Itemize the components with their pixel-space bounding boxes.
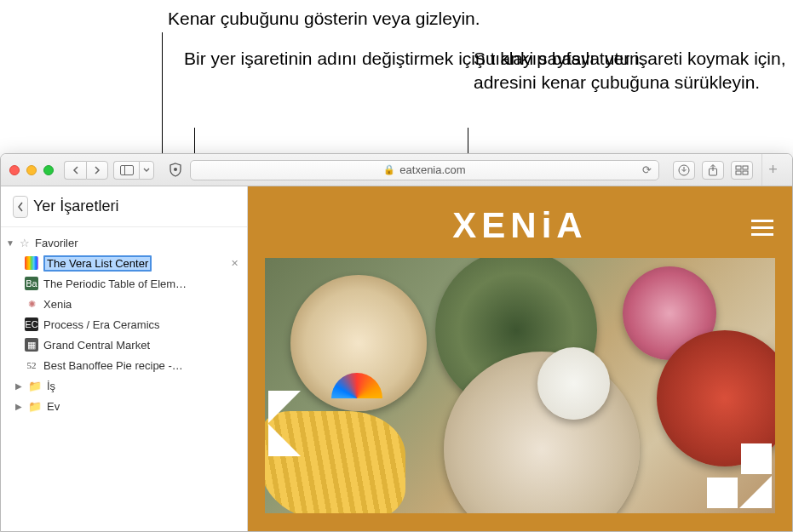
svg-rect-6 [743,166,748,169]
svg-point-2 [174,168,177,171]
favicon-era-ceramics: EC [25,317,38,331]
zoom-window-button[interactable] [43,165,54,175]
forward-button[interactable] [86,161,108,180]
svg-rect-8 [743,171,748,174]
bookmark-row[interactable]: 52 Best Banoffee Pie recipe -… [1,355,247,375]
food-fries [265,411,405,513]
sidebar-body: ▼ ☆ Favoriler The Vera List Center ✕ Ba … [1,227,247,421]
svg-rect-0 [120,165,133,174]
toolbar-right [673,161,753,180]
callout-sidebar-toggle: Kenar çubuğunu gösterin veya gizleyin. [168,7,480,31]
bookmark-row[interactable]: EC Process / Era Ceramics [1,314,247,335]
window-content: Yer İşaretleri ▼ ☆ Favoriler The Vera Li… [1,186,792,531]
close-window-button[interactable] [9,165,20,175]
chevron-right-icon [94,166,101,174]
bookmark-row[interactable]: Ba The Periodic Table of Elem… [1,273,247,294]
disclosure-triangle-icon[interactable]: ▶ [14,402,23,411]
bookmark-label: Grand Central Market [43,339,150,352]
disclosure-triangle-icon[interactable]: ▶ [14,381,23,391]
decoration-square [707,478,738,508]
bookmark-label[interactable]: The Vera List Center [43,255,152,272]
hero-image [265,258,775,513]
svg-rect-7 [736,171,741,174]
sidebar-icon [120,165,134,175]
tab-overview-icon [735,165,749,175]
nav-buttons [64,161,108,180]
sidebar-header: Yer İşaretleri [1,186,247,227]
favorites-label: Favoriler [35,237,78,249]
chevron-down-icon [143,168,150,173]
bookmark-label: Process / Era Ceramics [43,318,160,331]
tabs-button[interactable] [731,161,753,180]
site-menu-button[interactable] [751,215,773,240]
address-text: eatxenia.com [399,163,465,176]
bookmark-label: Best Banoffee Pie recipe -… [43,359,183,372]
sidebar-title: Yer İşaretleri [33,197,118,215]
privacy-shield-icon[interactable] [168,163,183,178]
annotation-callouts: Kenar çubuğunu gösterin veya gizleyin. B… [0,0,793,153]
svg-rect-5 [736,166,741,169]
address-bar[interactable]: 🔒 eatxenia.com ⟳ [190,160,659,180]
sidebar-back-button[interactable] [13,196,28,218]
favicon-periodic-table: Ba [25,277,38,290]
webpage-content: XENiA [248,186,792,531]
clear-text-icon[interactable]: ✕ [231,258,238,269]
safari-window: 🔒 eatxenia.com ⟳ + Yer İşaretle [0,153,793,532]
window-controls [9,165,54,175]
favicon-xenia: ✺ [25,297,38,311]
favicon-banoffee: 52 [25,358,38,372]
food-plate [537,347,610,420]
window-toolbar: 🔒 eatxenia.com ⟳ + [1,154,792,186]
back-button[interactable] [64,161,86,180]
bookmark-folder-row[interactable]: ▶ 📁 Ev [1,396,247,416]
lock-icon: 🔒 [383,164,395,175]
folder-label: İş [47,380,55,392]
share-button[interactable] [702,161,724,180]
bookmark-label: Xenia [43,298,72,311]
disclosure-triangle-icon[interactable]: ▼ [6,238,14,248]
minimize-window-button[interactable] [26,165,37,175]
bookmark-folder-row[interactable]: ▶ 📁 İş [1,375,247,396]
folder-icon: 📁 [28,380,42,392]
callout-drag-bookmark: Şu anki sayfaya yer işareti koymak için,… [474,47,793,95]
hamburger-icon [751,220,773,222]
chevron-left-icon [72,166,79,174]
sidebar-menu-button[interactable] [139,161,154,180]
bookmark-label: The Periodic Table of Elem… [43,277,187,290]
download-icon [678,164,690,176]
chevron-left-icon [17,202,24,212]
downloads-button[interactable] [673,161,695,180]
new-tab-button[interactable]: + [761,154,784,186]
sidebar-toggle-button[interactable] [113,161,139,180]
site-logo-text: XENiA [248,186,792,258]
decoration-square [741,443,772,474]
decoration-triangle [739,476,772,508]
folder-icon: 📁 [28,400,42,413]
favorites-folder-row[interactable]: ▼ ☆ Favoriler [1,232,247,253]
callout-line [162,32,163,167]
address-area: 🔒 eatxenia.com ⟳ [168,160,659,180]
bookmark-row[interactable]: ✺ Xenia [1,294,247,314]
reload-button[interactable]: ⟳ [642,163,652,176]
favicon-vera-list [25,256,38,270]
favorites-star-icon: ☆ [20,237,30,249]
bookmarks-sidebar: Yer İşaretleri ▼ ☆ Favoriler The Vera Li… [1,186,248,531]
sidebar-toggle-group [113,161,154,180]
folder-label: Ev [47,400,60,413]
bookmark-row-editing[interactable]: The Vera List Center ✕ [1,253,247,273]
favicon-grand-central: ▦ [25,338,38,352]
share-icon [708,164,718,176]
bookmark-row[interactable]: ▦ Grand Central Market [1,335,247,355]
